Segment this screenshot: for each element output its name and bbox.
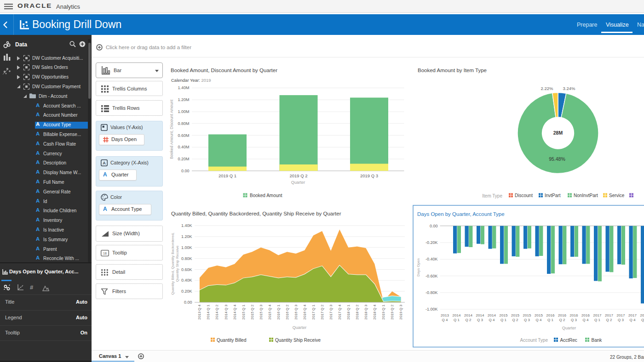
svg-text:Booked Amount: Booked Amount [250, 193, 282, 198]
svg-text:0.80K: 0.80K [181, 256, 192, 261]
svg-text:Q 2: Q 2 [559, 318, 565, 322]
svg-text:2019 Q 3: 2019 Q 3 [399, 304, 403, 319]
svg-text:Q 2: Q 2 [512, 318, 518, 322]
svg-text:0.00: 0.00 [184, 300, 192, 305]
svg-text:2016 Q 4: 2016 Q 4 [303, 304, 307, 319]
svg-text:2014 Q 3: 2014 Q 3 [224, 304, 228, 319]
svg-text:Q 4: Q 4 [630, 318, 636, 322]
svg-text:1.00M: 1.00M [178, 109, 189, 114]
svg-text:2013 Q 4: 2013 Q 4 [197, 304, 201, 319]
svg-text:Quarter: Quarter [562, 326, 576, 330]
svg-text:Q 1: Q 1 [547, 318, 553, 322]
svg-text:Q 2: Q 2 [466, 318, 472, 322]
svg-text:2015 Q 2: 2015 Q 2 [250, 304, 254, 319]
svg-text:2017 Q 4: 2017 Q 4 [338, 304, 342, 319]
svg-text:Calendar Year: 2019: Calendar Year: 2019 [171, 78, 211, 83]
svg-text:2017 Q 1: 2017 Q 1 [311, 304, 316, 319]
svg-text:3.24%: 3.24% [563, 86, 575, 91]
svg-text:Q 1: Q 1 [641, 318, 644, 322]
svg-text:0.40K: 0.40K [181, 278, 192, 283]
svg-text:2017: 2017 [628, 313, 637, 317]
svg-text:Q 1: Q 1 [594, 318, 600, 322]
svg-text:Account Type: Account Type [520, 338, 548, 343]
svg-text:0.00: 0.00 [181, 169, 190, 173]
svg-text:0.60K: 0.60K [181, 267, 192, 272]
svg-text:1.40K: 1.40K [181, 223, 192, 228]
svg-text:2017 Q 3: 2017 Q 3 [329, 304, 333, 319]
svg-text:2014 Q 1: 2014 Q 1 [206, 304, 210, 319]
svg-text:Booked Amount, Discount Amount: Booked Amount, Discount Amount [169, 99, 174, 159]
svg-text:0.40M: 0.40M [178, 145, 189, 149]
svg-text:2014: 2014 [464, 313, 472, 317]
svg-text:2018 Q 1: 2018 Q 1 [346, 304, 351, 319]
svg-text:Q 4: Q 4 [489, 318, 495, 322]
svg-text:2015: 2015 [523, 313, 531, 317]
svg-text:2015 Q 1: 2015 Q 1 [242, 304, 246, 319]
svg-text:1.00K: 1.00K [181, 245, 192, 250]
svg-text:Service: Service [609, 193, 625, 198]
svg-text:2019 Q 3: 2019 Q 3 [360, 173, 378, 178]
svg-text:Quantity Billed, Quantity Back: Quantity Billed, Quantity Backordered, [171, 232, 175, 295]
svg-text:2016: 2016 [581, 313, 590, 317]
svg-text:2017: 2017 [617, 313, 625, 317]
svg-text:Q 3: Q 3 [524, 318, 530, 322]
svg-text:2014: 2014 [453, 313, 461, 317]
svg-text:2015: 2015 [535, 313, 543, 317]
svg-text:2013: 2013 [441, 313, 449, 317]
svg-text:Q 1: Q 1 [500, 318, 506, 322]
svg-text:0.00: 0.00 [430, 224, 438, 228]
svg-text:2019 Q 2: 2019 Q 2 [289, 173, 307, 178]
svg-text:Q 4: Q 4 [536, 318, 542, 322]
svg-text:Q 3: Q 3 [477, 318, 483, 322]
svg-text:Item Type: Item Type [482, 193, 502, 198]
svg-text:2.22%: 2.22% [541, 86, 553, 91]
svg-text:Quantity Billed, Quantity Back: Quantity Billed, Quantity Backordered, Q… [171, 211, 341, 216]
svg-text:2018 Q 3: 2018 Q 3 [364, 304, 368, 319]
svg-text:2018 Q 4: 2018 Q 4 [373, 304, 377, 319]
svg-text:2017 Q 2: 2017 Q 2 [320, 304, 324, 319]
svg-text:2016: 2016 [558, 313, 566, 317]
svg-text:2014 Q 2: 2014 Q 2 [215, 304, 219, 319]
svg-text:2016: 2016 [570, 313, 578, 317]
svg-text:0.20K: 0.20K [181, 289, 192, 294]
svg-text:Discount: Discount [515, 193, 533, 198]
svg-text:2014: 2014 [488, 313, 496, 317]
svg-text:Quantity Billed: Quantity Billed [217, 338, 246, 343]
svg-text:2019 Q 2: 2019 Q 2 [390, 304, 394, 319]
svg-text:2014 Q 4: 2014 Q 4 [233, 304, 237, 319]
svg-text:-0.80K: -0.80K [426, 290, 438, 295]
svg-text:Days Open by Quarter, Account: Days Open by Quarter, Account Type [417, 211, 505, 217]
svg-text:Bank: Bank [592, 338, 603, 343]
svg-text:Q 1: Q 1 [454, 318, 460, 322]
svg-text:Booked Amount by Item Type: Booked Amount by Item Type [418, 68, 487, 73]
svg-text:Quantity Ship Receive: Quantity Ship Receive [275, 338, 321, 343]
svg-text:2019 Q 1: 2019 Q 1 [218, 173, 236, 178]
svg-text:-0.20K: -0.20K [426, 240, 438, 245]
svg-text:2015: 2015 [500, 313, 508, 317]
svg-text:2019 Q 1: 2019 Q 1 [381, 304, 385, 319]
svg-text:2018 Q 2: 2018 Q 2 [355, 304, 359, 319]
svg-text:InvtPart: InvtPart [545, 193, 561, 198]
svg-text:0.60M: 0.60M [178, 133, 189, 138]
svg-text:0.20M: 0.20M [178, 157, 189, 161]
svg-text:NonInvtPart: NonInvtPart [574, 193, 598, 198]
svg-text:Q 4: Q 4 [442, 318, 448, 322]
svg-text:Q 4: Q 4 [583, 318, 589, 322]
svg-text:1.20M: 1.20M [178, 97, 189, 102]
svg-text:Quarter: Quarter [291, 180, 305, 185]
svg-text:2014: 2014 [476, 313, 484, 317]
svg-text:2015 Q 3: 2015 Q 3 [259, 304, 263, 319]
svg-text:2016 Q 2: 2016 Q 2 [285, 304, 289, 319]
svg-text:2018: 2018 [640, 313, 644, 317]
svg-text:2015 Q 4: 2015 Q 4 [268, 304, 272, 319]
svg-text:Quarter: Quarter [293, 325, 307, 330]
svg-text:Days Open: Days Open [416, 258, 420, 277]
svg-text:28M: 28M [553, 130, 563, 136]
svg-text:2015: 2015 [511, 313, 519, 317]
svg-text:95.48%: 95.48% [549, 156, 565, 162]
svg-text:2016 Q 3: 2016 Q 3 [294, 304, 298, 319]
svg-text:Booked Amount, Discount Amount: Booked Amount, Discount Amount by Quarte… [171, 68, 277, 73]
svg-text:Quantity Ship Receive: Quantity Ship Receive [175, 245, 179, 282]
svg-text:-0.60K: -0.60K [426, 274, 438, 278]
svg-text:2016 Q 1: 2016 Q 1 [276, 304, 281, 319]
